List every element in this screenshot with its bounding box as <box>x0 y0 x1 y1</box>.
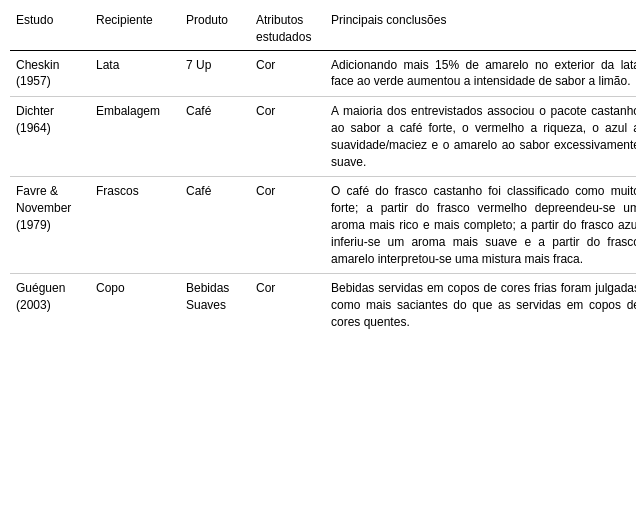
cell-atributos: Cor <box>250 50 325 97</box>
cell-estudo: Cheskin (1957) <box>10 50 90 97</box>
cell-produto: BebidasSuaves <box>180 274 250 337</box>
table-row: Dichter (1964)EmbalagemCaféCorA maioria … <box>10 97 636 177</box>
cell-conclusoes: Bebidas servidas em copos de cores frias… <box>325 274 636 337</box>
cell-atributos: Cor <box>250 274 325 337</box>
header-recipiente: Recipiente <box>90 8 180 50</box>
table-row: Cheskin (1957)Lata7 UpCorAdicionando mai… <box>10 50 636 97</box>
header-estudo: Estudo <box>10 8 90 50</box>
cell-recipiente: Copo <box>90 274 180 337</box>
cell-atributos: Cor <box>250 177 325 274</box>
cell-estudo: Favre & November (1979) <box>10 177 90 274</box>
main-table: Estudo Recipiente Produto Atributosestud… <box>10 8 636 337</box>
cell-estudo: Guéguen (2003) <box>10 274 90 337</box>
cell-conclusoes: O café do frasco castanho foi classifica… <box>325 177 636 274</box>
cell-produto: Café <box>180 177 250 274</box>
cell-estudo: Dichter (1964) <box>10 97 90 177</box>
cell-conclusoes: Adicionando mais 15% de amarelo no exter… <box>325 50 636 97</box>
header-atributos: Atributosestudados <box>250 8 325 50</box>
cell-produto: Café <box>180 97 250 177</box>
cell-recipiente: Frascos <box>90 177 180 274</box>
table-row: Guéguen (2003)CopoBebidasSuavesCorBebida… <box>10 274 636 337</box>
cell-produto: 7 Up <box>180 50 250 97</box>
cell-recipiente: Embalagem <box>90 97 180 177</box>
cell-conclusoes: A maioria dos entrevistados associou o p… <box>325 97 636 177</box>
cell-recipiente: Lata <box>90 50 180 97</box>
cell-atributos: Cor <box>250 97 325 177</box>
table-container: Estudo Recipiente Produto Atributosestud… <box>0 0 636 345</box>
header-conclusoes: Principais conclusões <box>325 8 636 50</box>
header-produto: Produto <box>180 8 250 50</box>
table-row: Favre & November (1979)FrascosCaféCorO c… <box>10 177 636 274</box>
